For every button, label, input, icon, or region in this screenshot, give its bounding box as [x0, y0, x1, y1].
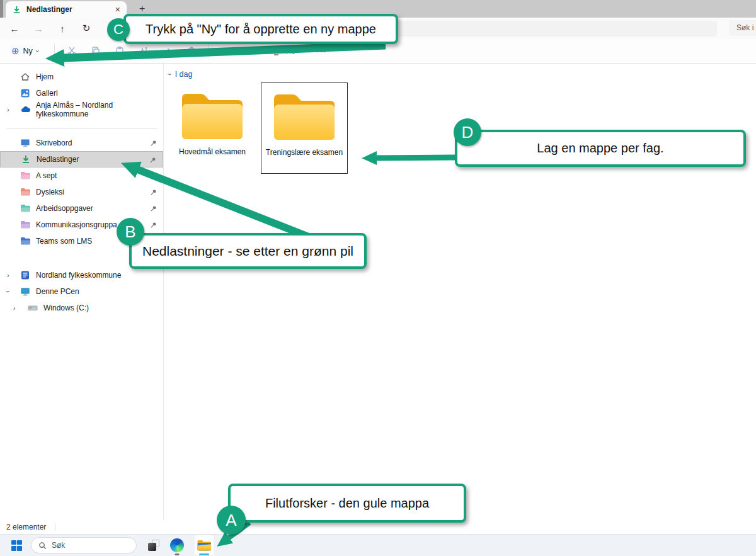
pin-icon	[150, 221, 158, 229]
toolbar-divider	[54, 44, 55, 58]
rename-icon	[139, 46, 149, 56]
file-explorer-button[interactable]	[195, 535, 214, 555]
sidebar-item-nedlastinger[interactable]: Nedlastinger	[0, 151, 163, 167]
chevron-down-icon: ›	[34, 50, 42, 52]
status-divider	[55, 523, 55, 531]
sidebar-item-denne-pcen[interactable]: › Denne PCen	[0, 283, 163, 300]
sidebar-label: Denne PCen	[36, 287, 79, 296]
back-icon[interactable]: ←	[3, 23, 26, 34]
sidebar-item-galleri[interactable]: Galleri	[0, 85, 163, 101]
pin-icon	[149, 156, 157, 164]
sidebar-label: Anja Almås – Nordland fylkeskommune	[36, 101, 163, 118]
sidebar-label: Teams som LMS	[36, 237, 92, 246]
close-tab-icon[interactable]: ×	[115, 4, 120, 14]
paste-button[interactable]	[108, 46, 132, 56]
group-label: I dag	[175, 70, 193, 79]
desktop-icon	[20, 138, 30, 148]
task-view-button[interactable]	[148, 540, 159, 551]
folder-name: Treningslære eksamen	[266, 148, 343, 157]
view-label: Vis	[284, 47, 295, 55]
tab-nedlastinger[interactable]: Nedlastinger ×	[6, 1, 127, 18]
sort-icon: ↑↓	[222, 47, 227, 55]
chevron-down-icon[interactable]: ›	[4, 290, 12, 293]
folder-icon	[20, 171, 30, 181]
callout-b-box: Nedlastninger - se etter en grønn pil	[129, 233, 367, 269]
sidebar-item-dysleksi[interactable]: Dysleksi	[0, 184, 163, 200]
new-button-label: Ny	[23, 47, 33, 55]
sidebar-label: Kommunikasjonsgruppa	[36, 220, 117, 229]
folder-name: Hovedmål eksamen	[179, 147, 246, 156]
sort-label: Sorter	[230, 47, 251, 55]
copy-button[interactable]	[84, 46, 108, 56]
callout-a-box: Filutforsker - den gule mappa	[228, 484, 466, 523]
sidebar-label: A sept	[36, 171, 57, 180]
download-icon	[21, 154, 31, 164]
sidebar-item-skrivebord[interactable]: Skrivebord	[0, 135, 163, 151]
screen: Nedlastinger × + ← → ↑ ↻ Søk i N ⊕ Ny ›	[0, 0, 756, 556]
pin-icon	[150, 188, 158, 196]
up-icon[interactable]: ↑	[50, 23, 74, 34]
onedrive-icon	[20, 105, 30, 115]
sidebar-item-hjem[interactable]: Hjem	[0, 69, 163, 85]
sidebar-item-a-sept[interactable]: A sept	[0, 167, 163, 184]
callout-c-badge: C	[107, 18, 130, 41]
group-header-today[interactable]: › I dag	[169, 70, 756, 79]
download-icon	[12, 5, 21, 14]
callout-d-text: Lag en mappe per fag.	[537, 141, 663, 156]
sidebar-item-onedrive[interactable]: › Anja Almås – Nordland fylkeskommune	[0, 101, 163, 118]
refresh-icon[interactable]: ↻	[74, 23, 98, 34]
folder-hovedmal-eksamen[interactable]: Hovedmål eksamen	[169, 82, 256, 174]
sidebar-item-arbeidsoppgaver[interactable]: Arbeidsoppgaver	[0, 200, 163, 217]
file-explorer-window: Nedlastinger × + ← → ↑ ↻ Søk i N ⊕ Ny ›	[0, 0, 756, 534]
folder-icon	[270, 88, 338, 144]
search-icon	[38, 542, 47, 550]
copy-icon	[91, 46, 101, 56]
see-more-button[interactable]: •••	[308, 47, 335, 55]
chevron-right-icon[interactable]: ›	[7, 271, 9, 279]
sidebar-item-nordland-fylkeskommune[interactable]: › Nordland fylkeskommune	[0, 267, 163, 283]
callout-b-badge: B	[117, 218, 144, 246]
sidebar-label: Skrivebord	[36, 139, 72, 147]
folder-icon	[20, 220, 30, 230]
sidebar-separator	[6, 128, 157, 129]
item-count: 2 elementer	[6, 523, 46, 531]
start-button[interactable]	[11, 540, 22, 551]
sidebar-label: Dysleksi	[36, 188, 64, 196]
callout-a-text: Filutforsker - den gule mappa	[265, 496, 429, 511]
callout-a-badge: A	[217, 506, 246, 535]
callout-d-box: Lag en mappe per fag.	[455, 130, 746, 167]
toolbar-divider	[209, 44, 209, 58]
sidebar-label: Hjem	[36, 72, 54, 81]
callout-d-badge: D	[454, 118, 481, 146]
callout-c-box: Trykk på "Ny" for å opprette en ny mappe	[123, 14, 398, 44]
search-input[interactable]: Søk i N	[729, 20, 756, 36]
sidebar-label: Nedlastinger	[37, 155, 79, 164]
folder-icon	[20, 203, 30, 213]
plus-circle-icon: ⊕	[11, 45, 20, 57]
forward-icon[interactable]: →	[26, 23, 50, 34]
taskbar-search-label: Søk	[52, 541, 65, 550]
callout-b-text: Nedlastninger - se etter en grønn pil	[142, 244, 353, 259]
chevron-down-icon: ›	[251, 50, 259, 52]
edge-button[interactable]	[168, 535, 186, 555]
new-button[interactable]: ⊕ Ny ›	[0, 45, 49, 57]
chevron-right-icon[interactable]: ›	[13, 304, 16, 312]
delete-button[interactable]	[180, 46, 203, 56]
sidebar-item-windows-c[interactable]: › Windows (C:)	[0, 300, 163, 316]
cut-button[interactable]	[60, 46, 84, 56]
rename-button[interactable]	[132, 46, 156, 56]
home-icon	[20, 72, 30, 82]
trash-icon	[186, 46, 197, 56]
taskbar-search[interactable]: Søk	[31, 537, 137, 553]
pin-icon	[150, 205, 158, 212]
new-tab-button[interactable]: +	[139, 3, 145, 14]
folder-treningslaere-eksamen[interactable]: Treningslære eksamen	[261, 82, 348, 174]
chevron-right-icon[interactable]: ›	[7, 106, 9, 113]
sort-button[interactable]: ↑↓ Sorter ›	[214, 47, 265, 55]
view-button[interactable]: Vis ›	[264, 47, 308, 55]
file-explorer-icon	[197, 538, 212, 552]
folder-icon	[20, 236, 30, 246]
organization-icon	[20, 270, 30, 280]
share-button[interactable]	[156, 46, 180, 56]
navigation-pane: Hjem Galleri › Anja Almås – Nordland	[0, 64, 164, 520]
